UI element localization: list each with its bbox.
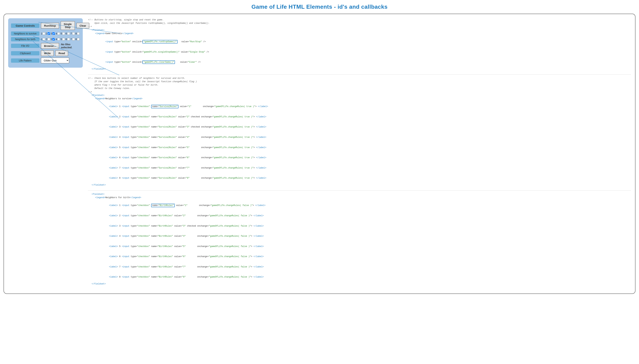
birth-cb-1[interactable]: [42, 38, 45, 40]
survive-row-7: <label> 7 <input type="checkbox" name="S…: [88, 163, 631, 173]
survive-row-5: <label> 5 <input type="checkbox" name="S…: [88, 142, 631, 153]
life-pattern-label: Life Pattern: [11, 58, 40, 63]
input-clear-line: <input type="button" onclick="gameOfLife…: [88, 57, 631, 68]
fieldset-open-2: <fieldset>: [88, 94, 631, 97]
survive-cb-4[interactable]: [57, 32, 60, 35]
clipboard-row: Clipboard Write Read: [11, 50, 80, 56]
comment-1-2: Upon click, call the Javascript function…: [88, 22, 631, 25]
survive-cb-8-label[interactable]: 8: [76, 32, 80, 35]
birth-cb-3[interactable]: [52, 38, 55, 40]
legend-birth: <legend>Neighbors for birth</legend>: [88, 196, 631, 200]
life-pattern-row: Life Pattern Glider Gun Glider Blinker B…: [11, 58, 80, 64]
comment-2-2: If the user toggles the button, call the…: [88, 80, 631, 84]
right-panel: <!-- Buttons to start/stop, single step …: [88, 18, 631, 289]
birth-row-4: <label> 4 <input type="checkbox" name="B…: [88, 231, 631, 242]
birth-cb-7-label[interactable]: 7: [70, 38, 75, 41]
legend-survive: <legend>Neighbors to survive</legend>: [88, 97, 631, 100]
birth-cb-1-label[interactable]: 1: [41, 38, 45, 41]
survive-cb-5[interactable]: [62, 32, 65, 35]
write-button[interactable]: Write: [41, 50, 54, 56]
single-step-button[interactable]: Single Step: [60, 21, 75, 30]
fieldset-open-3: <fieldset>: [88, 193, 631, 196]
clipboard-buttons: Write Read: [41, 50, 68, 56]
survive-row: Neighbors to survive 1 2 3 4 5 6 7 8: [11, 32, 80, 36]
survive-row-2: <label> 2 <input type="checkbox" name="S…: [88, 112, 631, 122]
file-io-controls: Browse... No files selected.: [41, 43, 80, 49]
comment-1-3: -->: [88, 25, 631, 28]
survive-row-3: <label> 3 <input type="checkbox" name="S…: [88, 122, 631, 132]
left-panel: Game Controls Run/Stop Single Step Clear…: [8, 18, 83, 68]
birth-row: Neighbors for birth 1 2 3 4 5 6 7 8: [11, 37, 80, 41]
fieldset-close-1: </fieldset>: [88, 68, 631, 71]
birth-row-1: <label> 1 <input type="checkbox" name="B…: [88, 200, 631, 211]
birth-cb-5[interactable]: [62, 38, 65, 40]
clear-button[interactable]: Clear: [76, 23, 90, 28]
survive-row-6: <label> 6 <input type="checkbox" name="S…: [88, 153, 631, 163]
birth-cb-3-label[interactable]: 3: [51, 38, 55, 41]
survive-checkboxes: 1 2 3 4 5 6 7 8: [41, 32, 80, 35]
survive-cb-3[interactable]: [52, 32, 55, 35]
birth-cb-8-label[interactable]: 8: [76, 38, 80, 41]
survive-row-8: <label> 8 <input type="checkbox" name="S…: [88, 173, 631, 184]
survive-cb-7-label[interactable]: 7: [70, 32, 75, 35]
survive-cb-3-label[interactable]: 3: [51, 32, 55, 35]
survive-row-4: <label> 4 <input type="checkbox" name="S…: [88, 132, 631, 142]
code-block-3: <fieldset> <legend>Neighbors for birth</…: [88, 193, 631, 286]
birth-row-7: <label> 7 <input type="checkbox" name="B…: [88, 262, 631, 272]
survive-cb-1-label[interactable]: 1: [41, 32, 45, 35]
comment-1-1: <!-- Buttons to start/stop, single step …: [88, 18, 631, 22]
survive-cb-6[interactable]: [67, 32, 70, 35]
clipboard-label: Clipboard: [11, 51, 40, 56]
birth-cb-4[interactable]: [57, 38, 60, 40]
birth-cb-4-label[interactable]: 4: [56, 38, 60, 41]
survive-cb-5-label[interactable]: 5: [60, 32, 65, 35]
birth-cb-8[interactable]: [77, 38, 80, 40]
read-button[interactable]: Read: [55, 50, 68, 56]
survive-row-1: <label> 1 <input type="checkbox" name="S…: [88, 102, 631, 112]
survive-cb-6-label[interactable]: 6: [66, 32, 70, 35]
code-block-1: <!-- Buttons to start/stop, single step …: [88, 18, 631, 71]
file-io-row: File I/O Browse... No files selected.: [11, 43, 80, 49]
survive-cb-1[interactable]: [42, 32, 45, 35]
survive-cb-8[interactable]: [77, 32, 80, 35]
survive-cb-2[interactable]: [48, 32, 50, 35]
fieldset-open-1: <fieldset>: [88, 28, 631, 32]
birth-label: Neighbors for birth: [11, 37, 40, 41]
browse-button[interactable]: Browse...: [41, 43, 59, 49]
birth-cb-5-label[interactable]: 5: [60, 38, 65, 41]
birth-row-8: <label> 8 <input type="checkbox" name="B…: [88, 272, 631, 282]
file-io-label: File I/O: [11, 44, 40, 48]
birth-row-6: <label> 6 <input type="checkbox" name="B…: [88, 252, 631, 262]
main-container: Game Controls Run/Stop Single Step Clear…: [4, 14, 636, 294]
birth-cb-2[interactable]: [48, 38, 50, 40]
divider-2: [88, 190, 631, 190]
comment-2-1: <!-- Check box buttons to select number …: [88, 77, 631, 80]
fieldset-close-2: </fieldset>: [88, 184, 631, 187]
fieldset-close-3: </fieldset>: [88, 282, 631, 286]
birth-cb-6[interactable]: [67, 38, 70, 40]
birth-cb-7[interactable]: [72, 38, 75, 40]
survive-cb-4-label[interactable]: 4: [56, 32, 60, 35]
game-controls-row: Game Controls Run/Stop Single Step Clear: [11, 21, 80, 30]
comment-2-4: Default to the Conway rules.: [88, 87, 631, 90]
birth-row-5: <label> 5 <input type="checkbox" name="B…: [88, 241, 631, 252]
birth-cb-6-label[interactable]: 6: [66, 38, 70, 41]
birth-row-2: <label> 2 <input type="checkbox" name="B…: [88, 211, 631, 221]
no-files-text: No files selected.: [61, 43, 80, 49]
comment-2-5: -->: [88, 90, 631, 94]
life-pattern-select[interactable]: Glider Gun Glider Blinker Beacon Pulsar: [41, 58, 69, 64]
code-block-2: <!-- Check box buttons to select number …: [88, 77, 631, 187]
run-stop-button[interactable]: Run/Stop: [41, 23, 59, 28]
birth-row-3: <label> 3 <input type="checkbox" name="B…: [88, 221, 631, 231]
comment-2-3: where flag = true for survival or false …: [88, 84, 631, 87]
legend-game-controls: <legend>Game Controls</legend>: [88, 32, 631, 35]
birth-cb-2-label[interactable]: 2: [46, 38, 50, 41]
survive-label: Neighbors to survive: [11, 32, 40, 36]
page-title: Game of Life HTML Elements - id's and ca…: [4, 4, 636, 10]
game-controls-label: Game Controls: [11, 24, 40, 28]
birth-checkboxes: 1 2 3 4 5 6 7 8: [41, 38, 80, 41]
survive-cb-7[interactable]: [72, 32, 75, 35]
input-single-step-line: <input type="button" onclick="gameOfLife…: [88, 47, 631, 57]
input-run-stop-line: <input type="button" onclick="gameOfLife…: [88, 37, 631, 47]
survive-cb-2-label[interactable]: 2: [46, 32, 50, 35]
